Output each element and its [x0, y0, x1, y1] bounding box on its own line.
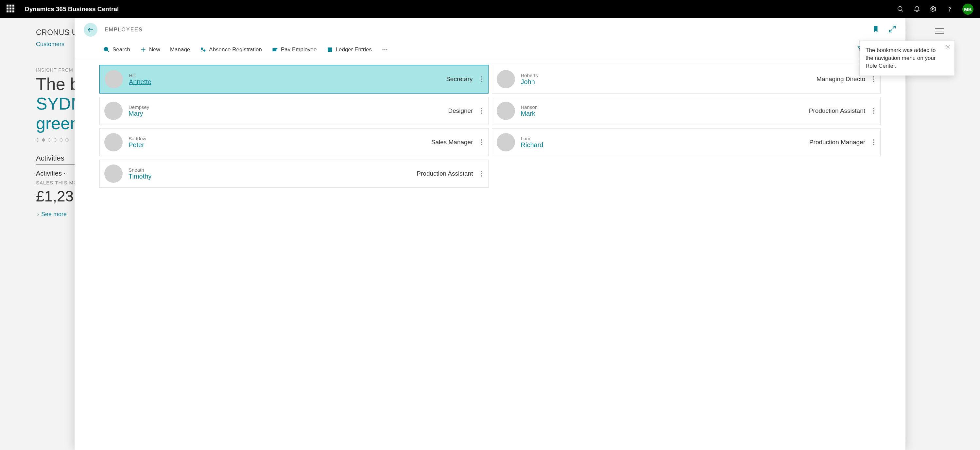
toolbar-search-label: Search: [113, 46, 130, 53]
employee-role: Production Assistant: [417, 170, 473, 177]
employee-card[interactable]: RobertsJohnManaging Directo: [492, 65, 881, 94]
employee-cards: HillAnnetteSecretaryRobertsJohnManaging …: [75, 58, 905, 194]
employee-surname: Hanson: [521, 104, 538, 110]
svg-point-36: [481, 110, 482, 111]
popup-close-button[interactable]: [945, 44, 951, 52]
employee-role: Production Manager: [809, 139, 865, 146]
toolbar-absence-label: Absence Registration: [209, 46, 262, 53]
row-menu-button[interactable]: [478, 169, 485, 178]
bookmark-confirmation-popup: The bookmark was added to the navigation…: [860, 41, 955, 76]
employee-firstname[interactable]: John: [521, 78, 538, 86]
employee-firstname[interactable]: Richard: [521, 141, 544, 149]
svg-point-30: [481, 78, 482, 80]
activities-heading: Activities: [36, 154, 75, 165]
employee-firstname[interactable]: Mark: [521, 110, 538, 118]
help-icon[interactable]: [946, 6, 953, 13]
svg-point-22: [384, 49, 385, 50]
svg-line-11: [108, 50, 109, 52]
employee-avatar: [104, 102, 123, 120]
employee-card[interactable]: HansonMarkProduction Assistant: [492, 97, 881, 125]
employee-surname: Sneath: [129, 167, 151, 173]
svg-point-17: [276, 48, 277, 49]
expand-icon[interactable]: [888, 25, 896, 34]
toolbar-new[interactable]: New: [140, 46, 160, 53]
bookmark-icon[interactable]: [872, 25, 879, 34]
employee-surname: Saddow: [129, 136, 146, 141]
top-bar: Dynamics 365 Business Central MB: [0, 0, 980, 18]
svg-rect-18: [328, 48, 332, 52]
svg-point-44: [873, 139, 874, 141]
svg-point-29: [481, 76, 482, 78]
row-menu-button[interactable]: [478, 138, 485, 147]
svg-point-38: [873, 108, 874, 109]
activities-filter-label: Activities: [36, 170, 62, 177]
employee-role: Production Assistant: [809, 107, 865, 114]
employee-card[interactable]: SaddowPeterSales Manager: [99, 128, 488, 156]
svg-point-47: [481, 171, 482, 172]
svg-point-43: [481, 144, 482, 145]
panel-title: EMPLOYEES: [105, 27, 143, 33]
svg-line-1: [902, 10, 903, 12]
app-title: Dynamics 365 Business Central: [25, 6, 119, 13]
employee-firstname[interactable]: Timothy: [129, 173, 151, 180]
user-initials: MB: [964, 6, 972, 12]
toolbar-absence[interactable]: Absence Registration: [200, 46, 262, 53]
page-menu-icon[interactable]: [935, 28, 944, 36]
employee-role: Sales Manager: [431, 139, 473, 146]
toolbar-pay-label: Pay Employee: [281, 46, 317, 53]
employees-panel: EMPLOYEES Search New Manage Absence Regi…: [75, 18, 905, 450]
svg-rect-16: [272, 48, 276, 51]
svg-point-3: [949, 11, 950, 11]
toolbar-more[interactable]: [382, 46, 388, 53]
employee-role: Managing Directo: [816, 76, 865, 83]
svg-point-41: [481, 139, 482, 141]
app-launcher-icon[interactable]: [6, 5, 16, 14]
toolbar-search[interactable]: Search: [103, 46, 130, 53]
employee-avatar: [104, 133, 123, 151]
toolbar-ledger[interactable]: Ledger Entries: [327, 46, 372, 53]
employee-firstname[interactable]: Annette: [129, 78, 151, 86]
notifications-icon[interactable]: [913, 6, 921, 13]
employee-card[interactable]: LumRichardProduction Manager: [492, 128, 881, 156]
row-menu-button[interactable]: [870, 75, 877, 84]
employee-avatar: [497, 102, 515, 120]
svg-point-21: [383, 49, 383, 50]
see-more-label: See more: [41, 211, 67, 218]
employee-avatar: [497, 133, 515, 151]
row-menu-button[interactable]: [478, 75, 485, 84]
toolbar-new-label: New: [149, 46, 160, 53]
employee-card[interactable]: SneathTimothyProduction Assistant: [99, 160, 488, 188]
svg-point-15: [204, 49, 206, 52]
employee-firstname[interactable]: Peter: [129, 141, 146, 149]
employee-card[interactable]: HillAnnetteSecretary: [99, 65, 488, 94]
panel-toolbar: Search New Manage Absence Registration P…: [75, 41, 905, 58]
user-avatar[interactable]: MB: [963, 3, 974, 15]
toolbar-manage-label: Manage: [170, 46, 190, 53]
svg-point-2: [932, 8, 934, 10]
svg-point-23: [386, 49, 387, 50]
employee-surname: Hill: [129, 73, 151, 78]
employee-avatar: [105, 70, 123, 88]
toolbar-manage[interactable]: Manage: [170, 46, 190, 53]
svg-point-37: [481, 113, 482, 114]
svg-point-0: [898, 6, 902, 11]
svg-point-35: [481, 108, 482, 109]
chevron-right-icon: [36, 213, 40, 216]
svg-point-31: [481, 81, 482, 82]
row-menu-button[interactable]: [870, 106, 877, 115]
employee-card[interactable]: DempseyMaryDesigner: [99, 97, 488, 125]
top-bar-right: MB: [897, 3, 974, 15]
employee-avatar: [497, 70, 515, 88]
toolbar-pay[interactable]: Pay Employee: [272, 46, 317, 53]
row-menu-button[interactable]: [870, 138, 877, 147]
svg-line-9: [889, 29, 892, 32]
svg-point-40: [873, 113, 874, 114]
employee-firstname[interactable]: Mary: [129, 110, 149, 118]
svg-point-34: [873, 81, 874, 82]
search-icon[interactable]: [897, 6, 904, 13]
settings-icon[interactable]: [930, 6, 937, 13]
svg-line-8: [893, 26, 895, 29]
employee-surname: Dempsey: [129, 104, 149, 110]
row-menu-button[interactable]: [478, 106, 485, 115]
back-button[interactable]: [84, 23, 97, 37]
